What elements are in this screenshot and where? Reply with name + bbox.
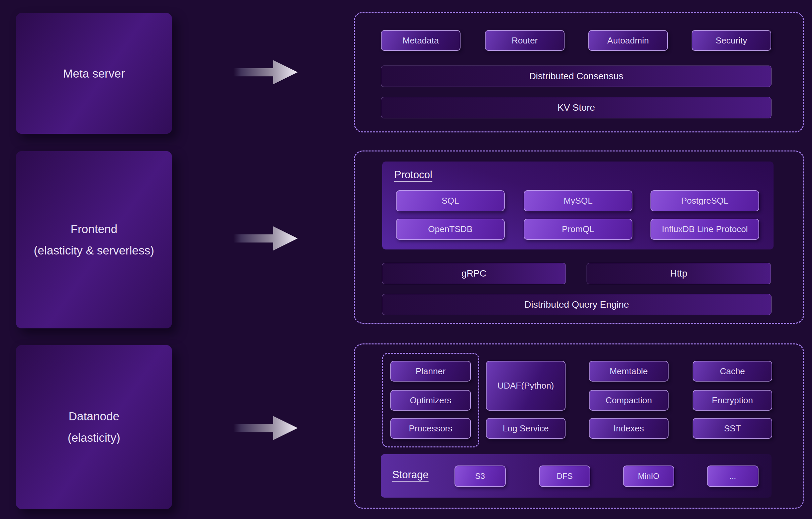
protocol-heading: Protocol bbox=[394, 169, 432, 181]
node-dfs: DFS bbox=[539, 465, 590, 487]
datanode-panel: Planner Optimizers Processors UDAF(Pytho… bbox=[354, 343, 804, 509]
frontend-label-line2: (elasticity & serverless) bbox=[34, 240, 154, 261]
datanode-label-line1: Datanode bbox=[68, 406, 119, 427]
node-s3: S3 bbox=[455, 465, 506, 487]
node-minio-label: MinIO bbox=[638, 471, 659, 481]
bar-distributed-consensus-label: Distributed Consensus bbox=[529, 71, 624, 82]
node-planner-label: Planner bbox=[416, 366, 446, 377]
node-autoadmin: Autoadmin bbox=[588, 30, 668, 51]
meta-server-panel: Metadata Router Autoadmin Security Distr… bbox=[354, 12, 804, 133]
node-metadata: Metadata bbox=[381, 30, 461, 51]
node-compaction: Compaction bbox=[589, 390, 669, 411]
flow-arrow-icon bbox=[233, 224, 298, 253]
node-postgresql: PostgreSQL bbox=[650, 190, 759, 211]
node-compaction-label: Compaction bbox=[606, 395, 652, 406]
flow-arrow-icon bbox=[233, 413, 298, 443]
datanode-label-line2: (elasticity) bbox=[67, 427, 120, 449]
node-sst: SST bbox=[693, 418, 772, 439]
node-log-service-label: Log Service bbox=[503, 423, 548, 434]
bar-kv-store: KV Store bbox=[381, 97, 772, 118]
node-dfs-label: DFS bbox=[557, 471, 573, 481]
node-postgresql-label: PostgreSQL bbox=[681, 196, 729, 206]
node-mysql-label: MySQL bbox=[563, 196, 592, 206]
node-processors: Processors bbox=[390, 418, 471, 439]
node-promql-label: PromQL bbox=[562, 224, 594, 234]
node-minio: MinIO bbox=[623, 465, 674, 487]
datanode-box: Datanode (elasticity) bbox=[16, 345, 172, 509]
node-mysql: MySQL bbox=[524, 190, 632, 211]
node-security: Security bbox=[692, 30, 771, 51]
bar-grpc: gRPC bbox=[382, 263, 566, 284]
node-cache: Cache bbox=[693, 361, 772, 381]
node-encryption: Encryption bbox=[693, 390, 772, 411]
protocol-panel: Protocol SQL MySQL PostgreSQL OpenTSDB P… bbox=[382, 162, 774, 250]
flow-arrow-icon bbox=[233, 58, 298, 87]
node-memtable: Memtable bbox=[589, 361, 669, 381]
node-influxdb-line-protocol-label: InfluxDB Line Protocol bbox=[662, 224, 748, 234]
meta-server-label: Meta server bbox=[63, 63, 125, 84]
node-cache-label: Cache bbox=[720, 366, 745, 377]
bar-kv-store-label: KV Store bbox=[557, 102, 595, 113]
node-udaf-python-label: UDAF(Python) bbox=[497, 380, 554, 391]
storage-heading: Storage bbox=[392, 469, 429, 481]
node-more-storage: ... bbox=[707, 465, 758, 487]
node-encryption-label: Encryption bbox=[712, 395, 753, 406]
node-sql-label: SQL bbox=[441, 196, 459, 206]
node-udaf-python: UDAF(Python) bbox=[486, 361, 566, 411]
node-memtable-label: Memtable bbox=[610, 366, 648, 377]
node-planner: Planner bbox=[390, 361, 471, 381]
architecture-diagram: Meta server Frontend (elasticity & serve… bbox=[0, 0, 812, 519]
node-promql: PromQL bbox=[524, 219, 632, 240]
node-metadata-label: Metadata bbox=[403, 35, 439, 46]
node-opentsdb-label: OpenTSDB bbox=[428, 224, 472, 234]
node-sql: SQL bbox=[396, 190, 505, 211]
frontend-box: Frontend (elasticity & serverless) bbox=[16, 151, 172, 328]
bar-grpc-label: gRPC bbox=[462, 268, 487, 279]
meta-server-box: Meta server bbox=[16, 13, 172, 134]
bar-distributed-query-engine: Distributed Query Engine bbox=[382, 294, 772, 315]
node-indexes: Indexes bbox=[589, 418, 669, 439]
node-sst-label: SST bbox=[724, 423, 741, 434]
node-indexes-label: Indexes bbox=[613, 423, 644, 434]
frontend-label-line1: Frontend bbox=[70, 219, 117, 240]
node-router-label: Router bbox=[512, 35, 538, 46]
node-security-label: Security bbox=[716, 35, 747, 46]
bar-http: Http bbox=[587, 263, 771, 284]
node-more-storage-label: ... bbox=[729, 471, 736, 481]
node-opentsdb: OpenTSDB bbox=[396, 219, 505, 240]
bar-http-label: Http bbox=[670, 268, 687, 279]
node-processors-label: Processors bbox=[409, 423, 452, 434]
node-autoadmin-label: Autoadmin bbox=[607, 35, 649, 46]
bar-distributed-consensus: Distributed Consensus bbox=[381, 65, 772, 87]
node-s3-label: S3 bbox=[475, 471, 485, 481]
storage-panel: Storage S3 DFS MinIO ... bbox=[381, 454, 772, 498]
node-optimizers: Optimizers bbox=[390, 390, 471, 411]
node-router: Router bbox=[485, 30, 564, 51]
node-optimizers-label: Optimizers bbox=[410, 395, 451, 406]
node-influxdb-line-protocol: InfluxDB Line Protocol bbox=[650, 219, 759, 240]
frontend-panel: Protocol SQL MySQL PostgreSQL OpenTSDB P… bbox=[354, 150, 804, 324]
bar-distributed-query-engine-label: Distributed Query Engine bbox=[524, 299, 629, 310]
node-log-service: Log Service bbox=[486, 418, 566, 439]
